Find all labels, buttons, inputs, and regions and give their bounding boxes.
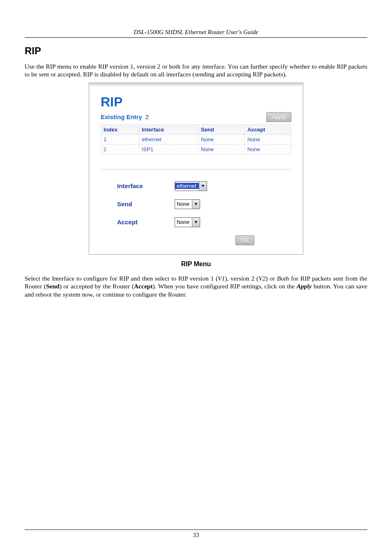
rip-panel-title: RIP <box>101 94 291 110</box>
page-number: 33 <box>193 532 199 538</box>
cell-index: 1 <box>101 134 139 144</box>
table-row: 1 ethernet None None <box>101 134 291 144</box>
rip-entries-table: Index Interface Send Accept 1 ethernet N… <box>101 124 291 154</box>
accept-label: Accept <box>117 219 175 226</box>
cell-interface: ISP1 <box>139 144 198 154</box>
svg-marker-0 <box>201 185 205 187</box>
svg-marker-2 <box>194 221 198 223</box>
send-label: Send <box>117 200 175 207</box>
existing-entry-label: Existing Entry <box>101 113 142 120</box>
accept-select[interactable]: None <box>175 217 200 227</box>
chevron-down-icon <box>192 218 200 227</box>
cell-index: 2 <box>101 144 139 154</box>
chevron-down-icon <box>192 200 200 209</box>
page-header: DSL-1500G SHDSL Ethernet Router User's G… <box>25 29 367 38</box>
cell-interface: ethernet <box>139 134 198 144</box>
interface-select[interactable]: ethernet <box>175 181 207 191</box>
col-interface: Interface <box>139 124 198 134</box>
table-row: 2 ISP1 None None <box>101 144 291 154</box>
intro-paragraph: Use the RIP menu to enable RIP version 1… <box>25 62 367 78</box>
page-footer: 33 <box>25 530 367 539</box>
rip-figure: RIP Existing Entry 2 Apply Index Interfa… <box>89 83 303 255</box>
rip-config-form: Interface ethernet Send None <box>101 181 291 245</box>
apply-button[interactable]: Apply <box>266 112 291 122</box>
outro-paragraph: Select the Interface to configure for RI… <box>25 274 367 298</box>
chevron-down-icon <box>199 182 207 191</box>
col-send: Send <box>198 124 245 134</box>
header-title: DSL-1500G SHDSL Ethernet Router User's G… <box>134 29 258 35</box>
figure-caption: RIP Menu <box>25 260 367 268</box>
ok-button[interactable]: OK <box>235 235 254 245</box>
svg-marker-1 <box>194 203 198 205</box>
interface-label: Interface <box>117 182 175 189</box>
col-index: Index <box>101 124 139 134</box>
divider <box>101 169 291 170</box>
interface-select-value: ethernet <box>175 183 199 189</box>
cell-accept: None <box>245 144 291 154</box>
accept-select-value: None <box>175 219 192 225</box>
send-select-value: None <box>175 201 192 207</box>
send-select[interactable]: None <box>175 199 200 209</box>
cell-accept: None <box>245 134 291 144</box>
cell-send: None <box>198 144 245 154</box>
col-accept: Accept <box>245 124 291 134</box>
cell-send: None <box>198 134 245 144</box>
existing-entry-count: 2 <box>145 113 149 120</box>
section-heading: RIP <box>25 45 367 57</box>
